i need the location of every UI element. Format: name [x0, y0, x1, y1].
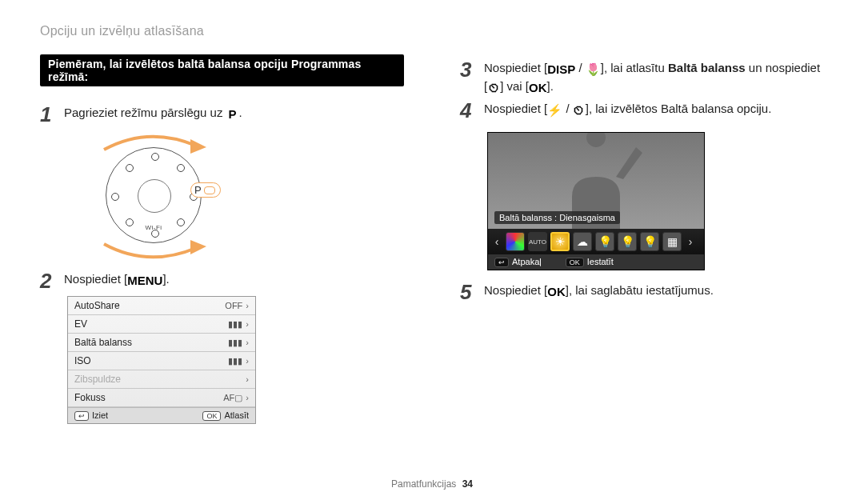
menu-item-white-balance: Baltā balanss ▮▮▮›: [68, 334, 255, 352]
mode-dial-illustration: Wi-Fi P: [72, 133, 248, 261]
text: /: [562, 102, 573, 115]
ok-button-icon: OK: [529, 82, 547, 94]
step-text: Nospiediet [MENU].: [64, 270, 404, 289]
menu-value: ▮▮▮: [228, 356, 242, 366]
svg-marker-1: [190, 240, 206, 254]
step-number: 5: [460, 282, 484, 302]
step-4: 4 Nospiediet [⚡ / ⏲], lai izvēlētos Balt…: [460, 100, 824, 121]
footer-section: Pamatfunkcijas: [391, 478, 456, 490]
text: ], lai saglabātu iestatījumus.: [566, 283, 714, 297]
step-number: 2: [40, 270, 64, 291]
step-text: Nospiediet [OK], lai saglabātu iestatīju…: [484, 282, 824, 300]
disp-button-icon: DISP: [547, 63, 575, 76]
page-number: 34: [462, 478, 473, 490]
step-text: Pagrieziet režīmu pārslēgu uz P.: [64, 104, 404, 122]
menu-item-iso: ISO ▮▮▮›: [68, 352, 255, 370]
hint-label: Atlasīt: [224, 410, 249, 420]
menu-value: AF▢: [223, 393, 242, 403]
menu-value: ▮▮▮: [228, 319, 242, 330]
text: .: [239, 106, 242, 119]
svg-marker-0: [190, 139, 206, 154]
ok-button-icon: OK: [566, 258, 584, 267]
menu-label: Baltā balanss: [74, 337, 132, 348]
step-3: 3 Nospiediet [DISP / 🌷], lai atlasītu Ba…: [460, 59, 824, 95]
left-column: Piemēram, lai izvēlētos baltā balansa op…: [40, 54, 404, 462]
step-2: 2 Nospiediet [MENU].: [40, 270, 404, 291]
white-balance-preview: Baltā balanss : Dienasgaisma ‹ AUTO ☀ ☁ …: [487, 132, 705, 270]
text: ], lai izvēlētos Baltā balansa opciju.: [586, 102, 772, 115]
text: Nospiediet [: [484, 102, 547, 115]
step-number: 1: [40, 104, 64, 125]
text: Nospiediet [: [484, 283, 547, 297]
wb-fluorescent-l-icon: 💡: [618, 232, 637, 251]
mode-dial: Wi-Fi: [106, 147, 202, 243]
ok-button-icon: OK: [202, 411, 221, 421]
content-columns: Piemēram, lai izvēlētos baltā balansa op…: [40, 54, 824, 462]
menu-item-autoshare: AutoShare OFF›: [68, 297, 255, 315]
wb-auto-icon: AUTO: [528, 232, 547, 251]
rotate-arrow-icon: [88, 240, 208, 264]
hint-label: Iestatīt: [587, 257, 614, 266]
wb-daylight-icon: ☀: [550, 232, 570, 251]
chevron-right-icon: ›: [246, 356, 249, 366]
menu-value: OFF: [225, 301, 242, 310]
text: Nospiediet [: [64, 272, 127, 286]
text: /: [575, 61, 586, 74]
macro-icon: 🌷: [586, 63, 601, 76]
chevron-right-icon: ›: [246, 374, 249, 384]
wb-value-label: Baltā balanss : Dienasgaisma: [494, 211, 620, 224]
menu-label: EV: [74, 318, 87, 330]
back-button-icon: ↩: [74, 411, 89, 421]
menu-item-flash-disabled: Zibspuldze ›: [68, 370, 255, 389]
timer-icon: ⏲: [487, 82, 500, 94]
menu-label: Zibspuldze: [74, 374, 121, 385]
wb-preset-icon: ▦: [662, 232, 682, 251]
chevron-right-icon: ›: [246, 338, 249, 347]
wb-options-strip: ‹ AUTO ☀ ☁ 💡 💡 💡 ▦ ›: [488, 229, 704, 254]
wb-custom-icon: [506, 232, 525, 251]
text: ], lai atlasītu: [601, 61, 668, 74]
step-text: Nospiediet [⚡ / ⏲], lai izvēlētos Baltā …: [484, 100, 824, 118]
flash-icon: ⚡: [547, 104, 562, 117]
chevron-right-icon: ›: [246, 301, 249, 310]
text: ].: [162, 272, 169, 286]
hint-label: Iziet: [92, 410, 108, 420]
timer-icon: ⏲: [573, 104, 586, 117]
menu-button-icon: MENU: [127, 274, 162, 287]
section-heading: Opciju un izvēlņu atlasīšana: [40, 24, 824, 38]
back-button-icon: ↩: [494, 258, 509, 267]
text: P: [194, 184, 202, 196]
dial-p-highlight: P: [190, 182, 221, 198]
wb-footer: ↩Atpakaļ OKIestatīt: [488, 254, 704, 270]
step-text: Nospiediet [DISP / 🌷], lai atlasītu Balt…: [484, 59, 824, 95]
chevron-right-icon: ›: [685, 235, 696, 248]
dial-wifi-label: Wi-Fi: [145, 224, 162, 231]
mode-p-icon: P: [226, 108, 239, 121]
hint-label: Atpakaļ: [512, 257, 542, 266]
step-number: 4: [460, 100, 484, 121]
wb-fluorescent-h-icon: 💡: [595, 232, 614, 251]
step-1: 1 Pagrieziet režīmu pārslēgu uz P.: [40, 104, 404, 125]
example-banner: Piemēram, lai izvēlētos baltā balansa op…: [40, 54, 404, 86]
chevron-left-icon: ‹: [491, 235, 502, 248]
right-column: 3 Nospiediet [DISP / 🌷], lai atlasītu Ba…: [460, 54, 824, 462]
menu-value: ▮▮▮: [228, 338, 242, 348]
menu-label: Fokuss: [74, 392, 106, 403]
text: ] vai [: [500, 79, 529, 93]
wb-preview-image: Baltā balanss : Dienasgaisma: [488, 133, 704, 229]
text: Pagrieziet režīmu pārslēgu uz: [64, 106, 226, 119]
chevron-right-icon: ›: [246, 319, 249, 329]
text-bold: Baltā balanss: [668, 61, 746, 74]
menu-footer: ↩Iziet OKAtlasīt: [68, 407, 255, 423]
menu-label: ISO: [74, 355, 91, 366]
text: ].: [547, 79, 554, 93]
step-number: 3: [460, 59, 484, 80]
step-5: 5 Nospiediet [OK], lai saglabātu iestatī…: [460, 282, 824, 302]
menu-label: AutoShare: [74, 300, 120, 311]
menu-item-ev: EV ▮▮▮›: [68, 315, 255, 334]
text: Nospiediet [: [484, 61, 547, 74]
camera-menu-illustration: AutoShare OFF› EV ▮▮▮› Baltā balanss ▮▮▮…: [67, 296, 256, 424]
menu-item-focus: Fokuss AF▢›: [68, 389, 255, 407]
wb-tungsten-icon: 💡: [640, 232, 659, 251]
ok-button-icon: OK: [547, 286, 566, 298]
